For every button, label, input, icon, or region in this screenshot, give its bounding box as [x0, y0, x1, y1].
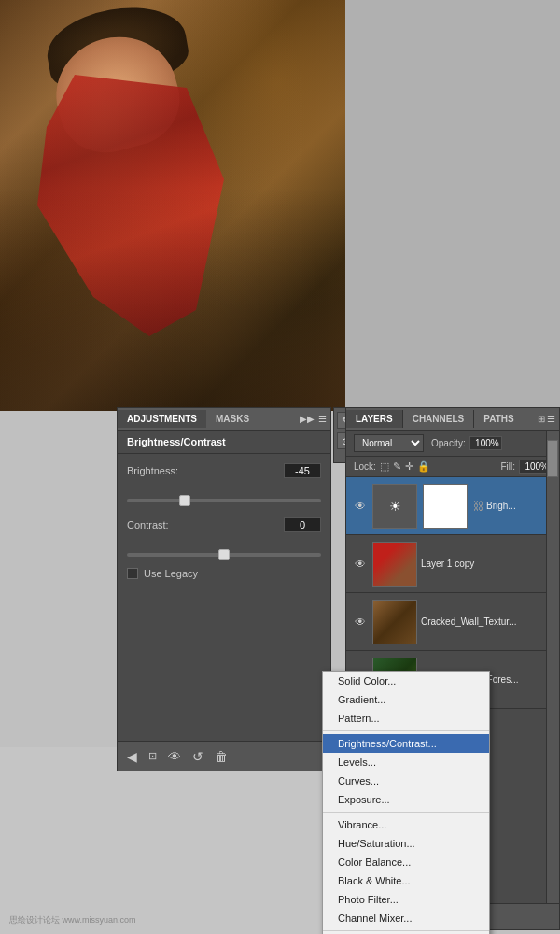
- tab-paths[interactable]: PATHS: [474, 410, 523, 428]
- adj-eye-btn[interactable]: 👁: [164, 747, 185, 766]
- fill-label: Fill:: [500, 461, 515, 472]
- lock-move-icon[interactable]: ✛: [405, 460, 413, 473]
- brightness-slider[interactable]: [127, 499, 321, 502]
- menu-item-channel-mixer[interactable]: Channel Mixer...: [323, 909, 489, 927]
- tab-channels[interactable]: CHANNELS: [403, 410, 475, 428]
- menu-item-brightness-contrast[interactable]: Brightness/Contrast...: [323, 734, 489, 753]
- menu-item-vibrance[interactable]: Vibrance...: [323, 815, 489, 834]
- adj-back-btn[interactable]: ◀: [123, 747, 141, 766]
- brightness-label: Brightness:: [127, 465, 192, 476]
- adj-delete-btn[interactable]: 🗑: [211, 747, 231, 766]
- canvas-background-bottom: [0, 747, 345, 934]
- lock-row: Lock: ⬚ ✎ ✛ 🔒 Fill:: [346, 457, 559, 477]
- adjustment-controls: Brightness:: [118, 454, 330, 495]
- tab-layers[interactable]: LAYERS: [346, 410, 403, 428]
- contrast-value[interactable]: [284, 517, 321, 532]
- menu-item-color-balance[interactable]: Color Balance...: [323, 853, 489, 871]
- use-legacy-row: Use Legacy: [118, 568, 330, 579]
- layer2-name: Layer 1 copy: [421, 559, 553, 569]
- brightness-row: Brightness:: [127, 463, 321, 478]
- lock-transparent-icon[interactable]: ⬚: [380, 460, 389, 473]
- menu-item-photo-filter[interactable]: Photo Filter...: [323, 890, 489, 909]
- use-legacy-label: Use Legacy: [144, 568, 198, 579]
- use-legacy-checkbox[interactable]: [127, 568, 138, 579]
- menu-item-pattern[interactable]: Pattern...: [323, 709, 489, 728]
- contrast-slider-container: [118, 553, 330, 557]
- menu-separator-3: [323, 930, 489, 931]
- adj-rotate-btn[interactable]: ↺: [189, 747, 207, 766]
- brightness-value[interactable]: [284, 463, 321, 478]
- layer3-name: Cracked_Wall_Textur...: [421, 616, 553, 627]
- layer1-name: Brigh...: [486, 501, 553, 511]
- menu-item-exposure[interactable]: Exposure...: [323, 790, 489, 809]
- contrast-row: Contrast:: [127, 517, 321, 532]
- contrast-slider[interactable]: [127, 553, 321, 557]
- menu-item-black-white[interactable]: Black & White...: [323, 871, 489, 890]
- contrast-slider-thumb[interactable]: [218, 549, 230, 560]
- adjustment-footer: ◀ ⊡ 👁 ↺ 🗑: [118, 741, 330, 771]
- scrollbar-thumb[interactable]: [547, 440, 558, 477]
- tab-masks[interactable]: MASKS: [206, 410, 259, 428]
- adjustment-title: Brightness/Contrast: [118, 431, 330, 454]
- layer2-thumb: [372, 542, 417, 587]
- menu-item-hue-saturation[interactable]: Hue/Saturation...: [323, 834, 489, 853]
- menu-separator-2: [323, 812, 489, 813]
- layers-panel-icon2[interactable]: ☰: [547, 414, 555, 424]
- adjustment-dropdown-menu: Solid Color... Gradient... Pattern... Br…: [322, 671, 490, 934]
- lock-label: Lock:: [354, 461, 376, 472]
- lock-all-icon[interactable]: 🔒: [417, 460, 430, 473]
- layer1-eye[interactable]: 👁: [352, 500, 369, 513]
- menu-item-levels[interactable]: Levels...: [323, 753, 489, 771]
- layers-panel-icon1[interactable]: ⊞: [538, 414, 545, 424]
- menu-separator-1: [323, 730, 489, 731]
- panel-menu-icon[interactable]: ▶▶: [300, 414, 315, 424]
- layer-item-brightness[interactable]: 👁 ☀ ⛓ Brigh...: [346, 477, 559, 535]
- panel-close-icon[interactable]: ☰: [318, 414, 327, 424]
- layers-panel-header: LAYERS CHANNELS PATHS ⊞ ☰: [346, 408, 559, 431]
- layers-controls: Normal Opacity:: [346, 431, 559, 457]
- menu-item-curves[interactable]: Curves...: [323, 771, 489, 790]
- layers-header-icons: ⊞ ☰: [538, 414, 559, 424]
- adj-clip-btn[interactable]: ⊡: [145, 748, 161, 764]
- panel-header-icons: ▶▶ ☰: [300, 414, 330, 424]
- blend-mode-select[interactable]: Normal: [354, 434, 424, 452]
- layer1-chain-icon: ⛓: [473, 500, 484, 513]
- layer-item-photo[interactable]: 👁 Layer 1 copy: [346, 535, 559, 593]
- brightness-slider-container: [118, 499, 330, 502]
- tab-adjustments[interactable]: ADJUSTMENTS: [118, 410, 206, 428]
- adjustments-panel-header: ADJUSTMENTS MASKS ▶▶ ☰: [118, 408, 330, 431]
- menu-item-solid-color[interactable]: Solid Color...: [323, 672, 489, 690]
- lock-paint-icon[interactable]: ✎: [393, 460, 401, 473]
- layer1-mask: [423, 484, 468, 529]
- canvas-background-right: [345, 0, 560, 411]
- layers-scrollbar[interactable]: [546, 431, 559, 929]
- layer-item-texture[interactable]: 👁 Cracked_Wall_Textur...: [346, 593, 559, 651]
- brightness-slider-thumb[interactable]: [179, 495, 190, 506]
- opacity-label: Opacity:: [431, 438, 466, 448]
- menu-item-gradient[interactable]: Gradient...: [323, 690, 489, 709]
- contrast-controls: Contrast:: [118, 514, 330, 549]
- watermark: 思绘设计论坛 www.missyuan.com: [9, 914, 136, 927]
- opacity-input[interactable]: [469, 436, 502, 450]
- adjustments-panel: ADJUSTMENTS MASKS ▶▶ ☰ Brightness/Contra…: [117, 407, 331, 771]
- photo-canvas: [0, 0, 345, 411]
- layer2-eye[interactable]: 👁: [352, 558, 369, 571]
- contrast-label: Contrast:: [127, 519, 192, 531]
- layer1-thumb: ☀: [372, 484, 417, 529]
- layer3-eye[interactable]: 👁: [352, 616, 369, 629]
- layer3-thumb: [372, 600, 417, 644]
